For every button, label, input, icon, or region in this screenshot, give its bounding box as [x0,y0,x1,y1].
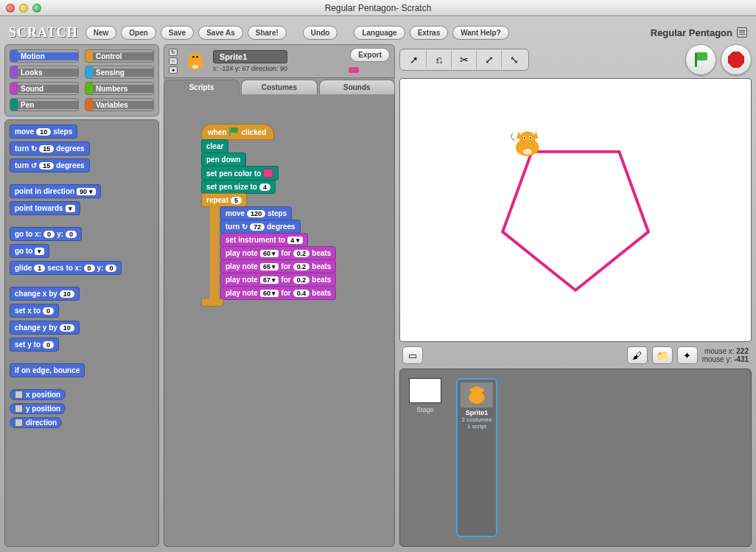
save-button[interactable]: Save [161,26,194,40]
sprite-thumbnail [182,48,209,74]
palette-block[interactable]: change y by 10 [10,321,80,335]
grow-tool-icon[interactable]: ⤢ [477,51,502,69]
script-block[interactable]: set instrument to 4 ▾ [220,233,308,247]
script-block[interactable]: set pen color to [201,166,279,181]
save-as-button[interactable]: Save As [198,26,243,40]
palette-block[interactable]: go to ▾ [10,244,49,258]
stage[interactable] [399,78,752,342]
rotate-none-button[interactable]: ● [169,66,178,74]
category-motion[interactable]: Motion [10,49,79,63]
script-block[interactable]: set pen size to 4 [201,180,276,194]
arrow-tool-icon[interactable]: ➚ [402,51,427,69]
mouse-coords: mouse x: 222 mouse y: -431 [702,347,749,363]
script-block[interactable]: pen down [201,153,246,167]
svg-marker-7 [503,152,648,290]
category-sound[interactable]: Sound [10,82,79,95]
undo-button[interactable]: Undo [303,26,338,40]
sprite-list: Stage Sprite1 2 costumes 1 script [399,368,752,547]
scratch-logo: SCRATCH [9,25,78,41]
palette-block[interactable]: set x to 0 [10,304,59,318]
palette-block[interactable]: change x by 10 [10,287,80,301]
export-button[interactable]: Export [350,48,390,62]
stamp-tool-icon[interactable]: ⎌ [427,51,452,69]
stage-tools: ➚ ⎌ ✂ ⤢ ⤡ [399,49,529,71]
tab-sounds[interactable]: Sounds [319,80,395,94]
palette-block[interactable]: point towards ▾ [10,201,80,215]
repeat-block[interactable]: repeat 5 [201,193,247,207]
palette-block[interactable]: go to x: 0 y: 0 [10,227,82,241]
scissors-tool-icon[interactable]: ✂ [452,51,477,69]
svg-point-15 [530,137,531,139]
editor-tabs: ScriptsCostumesSounds [164,78,395,94]
palette-block[interactable]: glide 1 secs to x: 0 y: 0 [10,261,122,275]
category-looks[interactable]: Looks [10,66,79,79]
svg-point-13 [524,137,525,139]
flag-icon [693,52,708,67]
green-flag-button[interactable] [685,44,716,75]
want-help--button[interactable]: Want Help? [452,26,509,40]
rotate-freely-button[interactable]: ↻ [169,49,178,56]
block-palette: move 10 stepsturn ↻ 15 degreesturn ↺ 15 … [4,119,159,547]
palette-block[interactable]: point in direction 90 ▾ [10,184,101,198]
main-toolbar: SCRATCH NewOpenSaveSave AsShare!UndoLang… [4,21,752,44]
extras-button[interactable]: Extras [410,26,449,40]
surprise-sprite-button[interactable]: ✦ [677,346,698,364]
category-numbers[interactable]: Numbers [85,82,154,95]
script-block[interactable]: play note 60 ▾ for 0.2 beats [220,246,336,260]
new-button[interactable]: New [85,26,117,40]
palette-block[interactable]: if on edge, bounce [10,363,85,377]
flag-icon [229,127,239,136]
svg-point-6 [192,65,198,69]
svg-point-16 [523,149,532,155]
window-titlebar: Regular Pentagon- Scratch [0,0,756,16]
script-block[interactable]: clear [201,139,228,153]
paint-sprite-button[interactable]: 🖌 [627,346,648,364]
palette-block[interactable]: x position [10,389,66,400]
category-sensing[interactable]: Sensing [85,66,154,79]
script-block[interactable]: move 120 steps [220,206,292,220]
tab-costumes[interactable]: Costumes [241,80,317,94]
draggable-toggle[interactable] [349,67,359,73]
scripts-pane[interactable]: when clickedclear pen down set pen color… [164,94,395,547]
svg-point-9 [519,131,536,146]
project-name: Regular Pentagon [651,27,747,38]
svg-point-5 [196,56,198,58]
share--button[interactable]: Share! [248,26,287,40]
category-pen[interactable]: Pen [10,98,79,111]
sprite-coords: x: -124 y: 67 direction: 90 [213,65,287,72]
category-control[interactable]: Control [85,49,154,63]
tab-scripts[interactable]: Scripts [164,80,239,94]
script-block[interactable]: turn ↻ 72 degrees [220,220,301,234]
palette-block[interactable]: direction [10,417,62,428]
open-button[interactable]: Open [121,26,156,40]
stop-icon [728,52,744,68]
palette-block[interactable]: y position [10,403,66,414]
palette-block[interactable]: move 10 steps [10,125,77,139]
palette-block[interactable]: set y to 0 [10,338,59,352]
script-block[interactable]: play note 67 ▾ for 0.2 beats [220,273,336,287]
language-button[interactable]: Language [354,26,405,40]
sprite-list-item[interactable]: Sprite1 2 costumes 1 script [456,378,497,537]
rotate-leftright-button[interactable]: ↔ [169,57,178,65]
shrink-tool-icon[interactable]: ⤡ [502,51,527,69]
project-menu-icon[interactable] [737,27,747,38]
window-title: Regular Pentagon- Scratch [0,3,756,13]
category-variables[interactable]: Variables [85,98,154,111]
presentation-mode-button[interactable]: ▭ [402,346,423,364]
category-selector: MotionControlLooksSensingSoundNumbersPen… [4,44,159,116]
script-block[interactable]: play note 60 ▾ for 0.4 beats [220,286,336,300]
sprite-header: ↻ ↔ ● Sprite1 x: -124 y: 67 direction: 9… [164,44,395,78]
stop-button[interactable] [721,44,752,75]
choose-sprite-button[interactable]: 📁 [652,346,673,364]
palette-block[interactable]: turn ↻ 15 degrees [10,142,90,156]
palette-block[interactable]: turn ↺ 15 degrees [10,158,90,172]
stage-thumbnail[interactable]: Stage [409,378,441,537]
sprite-name-input[interactable]: Sprite1 [213,50,287,63]
hat-block[interactable]: when clicked [201,124,274,140]
script-block[interactable]: play note 65 ▾ for 0.2 beats [220,259,336,273]
svg-point-4 [192,56,195,58]
